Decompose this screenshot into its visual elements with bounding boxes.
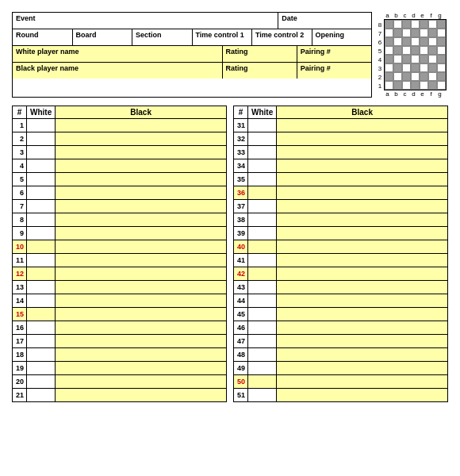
black-move[interactable] <box>56 159 227 173</box>
white-move[interactable] <box>248 308 277 321</box>
black-move[interactable] <box>277 267 448 281</box>
section-label: Section <box>132 29 193 45</box>
black-move[interactable] <box>56 348 227 362</box>
black-move[interactable] <box>56 254 227 267</box>
table-row: 2 <box>13 132 227 146</box>
black-move[interactable] <box>56 186 227 200</box>
white-move[interactable] <box>248 200 277 213</box>
white-move[interactable] <box>248 321 277 335</box>
black-move[interactable] <box>56 335 227 348</box>
white-move[interactable] <box>248 173 277 186</box>
top-section: Event Date Round Board Section Time cont… <box>12 12 448 98</box>
white-move[interactable] <box>248 132 277 146</box>
chess-cell <box>402 72 411 81</box>
white-move[interactable] <box>27 132 56 146</box>
black-move[interactable] <box>56 308 227 321</box>
white-move[interactable] <box>248 119 277 132</box>
chess-cell <box>437 55 446 63</box>
white-move[interactable] <box>248 227 277 240</box>
white-move[interactable] <box>248 240 277 254</box>
white-move[interactable] <box>27 173 56 186</box>
white-move[interactable] <box>248 348 277 362</box>
white-move[interactable] <box>27 200 56 213</box>
chess-cell <box>393 72 402 81</box>
black-move[interactable] <box>56 119 227 132</box>
white-move[interactable] <box>248 186 277 200</box>
white-move[interactable] <box>27 375 56 389</box>
black-move[interactable] <box>277 308 448 321</box>
table-row: 1 <box>13 119 227 132</box>
black-move[interactable] <box>56 240 227 254</box>
chess-cell <box>437 46 446 55</box>
black-move[interactable] <box>277 213 448 227</box>
white-move[interactable] <box>248 362 277 375</box>
black-move[interactable] <box>277 389 448 402</box>
white-move[interactable] <box>27 321 56 335</box>
white-move[interactable] <box>27 186 56 200</box>
white-move[interactable] <box>27 146 56 159</box>
black-move[interactable] <box>277 173 448 186</box>
white-move[interactable] <box>248 375 277 389</box>
black-move[interactable] <box>277 186 448 200</box>
white-move[interactable] <box>27 348 56 362</box>
black-move[interactable] <box>56 294 227 308</box>
black-move[interactable] <box>56 362 227 375</box>
black-move[interactable] <box>277 132 448 146</box>
white-move[interactable] <box>248 294 277 308</box>
white-move[interactable] <box>27 240 56 254</box>
black-move[interactable] <box>56 200 227 213</box>
black-move[interactable] <box>277 294 448 308</box>
black-move[interactable] <box>56 267 227 281</box>
move-number: 15 <box>13 308 27 321</box>
black-move[interactable] <box>56 389 227 402</box>
chess-cell <box>411 55 420 63</box>
black-move[interactable] <box>56 375 227 389</box>
table-row: 31 <box>234 119 448 132</box>
column-header-#: # <box>234 106 248 119</box>
white-move[interactable] <box>27 362 56 375</box>
white-move[interactable] <box>248 281 277 294</box>
black-move[interactable] <box>277 375 448 389</box>
white-move[interactable] <box>27 119 56 132</box>
black-move[interactable] <box>277 159 448 173</box>
black-move[interactable] <box>277 146 448 159</box>
white-move[interactable] <box>248 254 277 267</box>
white-move[interactable] <box>27 308 56 321</box>
white-move[interactable] <box>248 159 277 173</box>
black-move[interactable] <box>277 362 448 375</box>
white-move[interactable] <box>27 294 56 308</box>
black-move[interactable] <box>277 281 448 294</box>
black-move[interactable] <box>56 173 227 186</box>
black-move[interactable] <box>277 227 448 240</box>
white-move[interactable] <box>27 335 56 348</box>
chess-board-area: a b c d e f g 1 2 3 4 5 6 7 8 a b c <box>377 12 448 98</box>
white-move[interactable] <box>248 267 277 281</box>
black-move[interactable] <box>277 119 448 132</box>
black-move[interactable] <box>56 213 227 227</box>
black-move[interactable] <box>56 281 227 294</box>
white-move[interactable] <box>27 267 56 281</box>
white-move[interactable] <box>27 389 56 402</box>
chess-cell <box>411 72 420 81</box>
white-move[interactable] <box>27 227 56 240</box>
white-move[interactable] <box>27 254 56 267</box>
black-move[interactable] <box>277 240 448 254</box>
black-move[interactable] <box>56 146 227 159</box>
white-move[interactable] <box>248 146 277 159</box>
black-move[interactable] <box>277 335 448 348</box>
white-move[interactable] <box>27 281 56 294</box>
white-move[interactable] <box>248 335 277 348</box>
white-move[interactable] <box>248 213 277 227</box>
black-move[interactable] <box>277 348 448 362</box>
white-move[interactable] <box>27 213 56 227</box>
black-move[interactable] <box>56 132 227 146</box>
white-move[interactable] <box>248 389 277 402</box>
white-move[interactable] <box>27 159 56 173</box>
black-move[interactable] <box>277 200 448 213</box>
black-move[interactable] <box>277 321 448 335</box>
black-move[interactable] <box>56 321 227 335</box>
chess-cell <box>385 63 393 72</box>
black-move[interactable] <box>56 227 227 240</box>
black-move[interactable] <box>277 254 448 267</box>
opening-label: Opening <box>312 29 372 45</box>
